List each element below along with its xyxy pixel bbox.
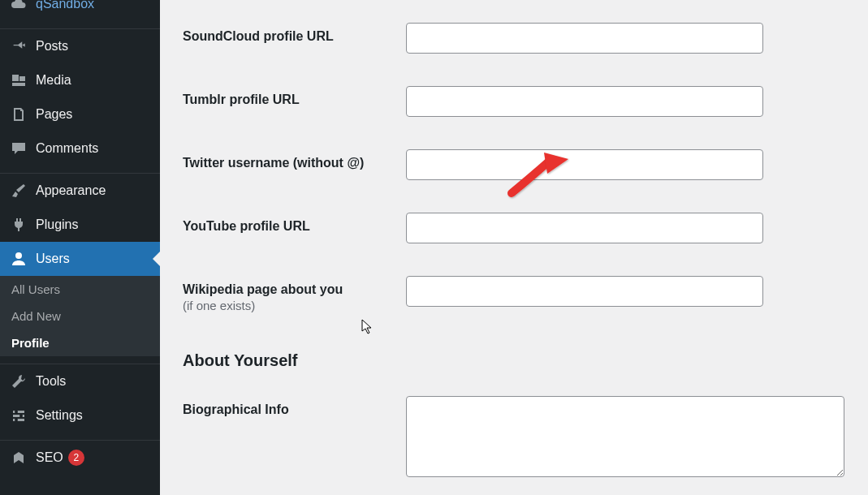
sidebar-label: Settings — [36, 408, 83, 423]
svg-point-6 — [15, 419, 18, 422]
main-content: SoundCloud profile URL Tumblr profile UR… — [160, 0, 868, 495]
cloud-icon — [10, 0, 28, 13]
sidebar-label: Appearance — [36, 183, 106, 198]
bio-label: Biographical Info — [183, 402, 289, 416]
soundcloud-label: SoundCloud profile URL — [183, 29, 334, 43]
sidebar-item-posts[interactable]: Posts — [0, 29, 160, 63]
user-icon — [10, 250, 28, 268]
form-row-twitter: Twitter username (without @) — [183, 149, 845, 180]
sidebar-label: Plugins — [36, 217, 78, 232]
svg-point-0 — [15, 252, 22, 259]
seo-badge: 2 — [68, 450, 84, 466]
form-row-youtube: YouTube profile URL — [183, 213, 845, 243]
settings-icon — [10, 407, 28, 424]
sidebar-label: Media — [36, 73, 71, 88]
sidebar-item-tools[interactable]: Tools — [0, 364, 160, 398]
twitter-input[interactable] — [406, 149, 763, 180]
tumblr-input[interactable] — [406, 86, 763, 117]
pin-icon — [10, 37, 28, 55]
sidebar-item-comments[interactable]: Comments — [0, 131, 160, 166]
twitter-label: Twitter username (without @) — [183, 156, 364, 170]
svg-point-4 — [15, 411, 18, 414]
sidebar-item-seo[interactable]: SEO 2 — [0, 441, 160, 475]
youtube-label: YouTube profile URL — [183, 219, 310, 233]
users-submenu: All Users Add New Profile — [0, 276, 160, 356]
about-yourself-heading: About Yourself — [183, 351, 845, 370]
sidebar-item-pages[interactable]: Pages — [0, 97, 160, 131]
sidebar-item-users[interactable]: Users — [0, 242, 160, 276]
seo-icon — [10, 449, 28, 467]
sidebar-label: Posts — [36, 39, 68, 54]
wikipedia-input[interactable] — [406, 276, 763, 307]
sidebar-label: Tools — [36, 374, 66, 389]
sidebar-label: Comments — [36, 141, 98, 156]
sidebar-item-settings[interactable]: Settings — [0, 398, 160, 433]
comments-icon — [10, 140, 28, 157]
sidebar-label: Users — [36, 252, 70, 266]
wikipedia-label: Wikipedia page about you — [183, 282, 343, 296]
sidebar-label: Pages — [36, 107, 72, 122]
form-row-soundcloud: SoundCloud profile URL — [183, 23, 845, 54]
form-row-wikipedia: Wikipedia page about you (if one exists) — [183, 276, 845, 312]
submenu-add-new[interactable]: Add New — [0, 303, 160, 329]
wikipedia-sublabel: (if one exists) — [183, 299, 406, 312]
tumblr-label: Tumblr profile URL — [183, 93, 300, 106]
form-row-tumblr: Tumblr profile URL — [183, 86, 845, 117]
youtube-input[interactable] — [406, 213, 763, 243]
submenu-all-users[interactable]: All Users — [0, 276, 160, 303]
sidebar-item-plugins[interactable]: Plugins — [0, 208, 160, 242]
plug-icon — [10, 216, 28, 234]
admin-sidebar: qSandbox Posts Media Pages Comments Appe… — [0, 0, 160, 495]
form-row-bio: Biographical Info — [183, 396, 845, 477]
cursor-icon — [361, 319, 374, 335]
submenu-profile[interactable]: Profile — [0, 329, 160, 356]
bio-textarea[interactable] — [406, 396, 844, 477]
sidebar-item-media[interactable]: Media — [0, 63, 160, 97]
sidebar-item-appearance[interactable]: Appearance — [0, 174, 160, 208]
wrench-icon — [10, 372, 28, 390]
soundcloud-input[interactable] — [406, 23, 763, 54]
sidebar-item-qsandbox[interactable]: qSandbox — [0, 0, 160, 21]
media-icon — [10, 71, 28, 89]
sidebar-label: qSandbox — [36, 0, 94, 11]
sidebar-label: SEO — [36, 450, 63, 465]
brush-icon — [10, 182, 28, 200]
pages-icon — [10, 105, 28, 123]
svg-point-5 — [19, 415, 23, 418]
